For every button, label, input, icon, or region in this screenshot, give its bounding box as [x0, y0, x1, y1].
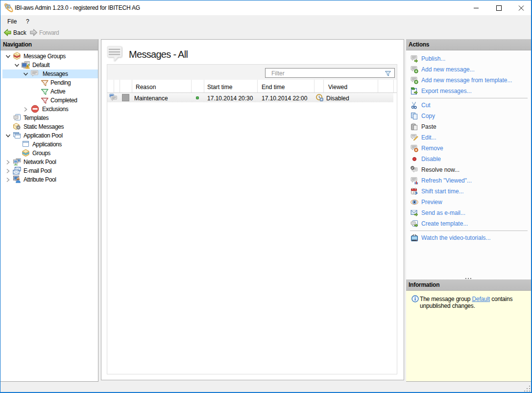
svg-text:17: 17: [412, 190, 415, 193]
